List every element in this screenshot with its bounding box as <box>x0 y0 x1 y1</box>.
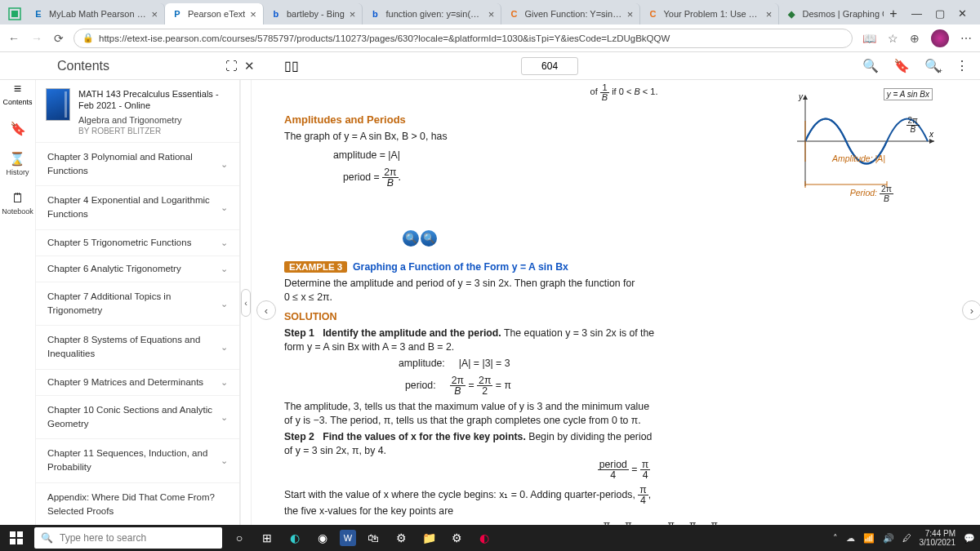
tab-close-icon[interactable]: × <box>350 8 356 20</box>
tab-close-icon[interactable]: × <box>151 8 158 20</box>
task-view-icon[interactable]: ⊞ <box>256 527 278 549</box>
start-button[interactable] <box>5 527 28 549</box>
more-icon[interactable]: ⋮ <box>956 58 969 73</box>
appnav-item[interactable]: 🔖 <box>10 121 26 136</box>
tab-label: Desmos | Graphing Calculator <box>802 9 884 19</box>
svg-rect-15 <box>17 539 23 544</box>
step1-text-b: form y = A sin Bx with A = 3 and B = 2. <box>284 341 454 353</box>
appnav-item[interactable]: ≡Contents <box>2 82 32 106</box>
page-layout-icon[interactable]: ▯▯ <box>284 58 299 73</box>
box-line-1: The graph of y = A sin Bx, B > 0, has <box>284 131 448 142</box>
svg-marker-3 <box>929 139 934 144</box>
panel-title: Contents <box>57 59 109 73</box>
prev-page-button[interactable]: ‹ <box>256 300 276 320</box>
appnav-item[interactable]: 🗒Notebook <box>2 191 33 216</box>
browser-tab[interactable]: b bartleby - Bing × <box>264 3 363 24</box>
tab-close-icon[interactable]: × <box>250 8 256 20</box>
tab-close-icon[interactable]: × <box>488 8 495 20</box>
reload-button[interactable]: ⟳ <box>54 32 64 45</box>
para2a: The amplitude, 3, tells us that the maxi… <box>284 401 649 412</box>
toc-item[interactable]: Chapter 3 Polynomial and Rational Functi… <box>36 142 239 186</box>
cortana-icon[interactable]: ○ <box>229 527 250 549</box>
curve-label: y = A sin Bx <box>884 88 933 100</box>
toc-item[interactable]: Chapter 4 Exponential and Logarithmic Fu… <box>36 185 239 229</box>
steam-pinned-icon[interactable]: ⚙ <box>390 527 412 549</box>
forward-button[interactable]: → <box>31 32 42 45</box>
tab-close-icon[interactable]: × <box>766 8 773 20</box>
next-page-button[interactable]: › <box>962 300 980 320</box>
window-maximize-button[interactable]: ▢ <box>935 7 945 20</box>
close-panel-icon[interactable]: ✕ <box>244 59 255 73</box>
tray-volume-icon[interactable]: 🔊 <box>883 533 894 544</box>
toc-item[interactable]: Chapter 8 Systems of Equations and Inequ… <box>36 325 239 369</box>
tab-label: bartleby - Bing <box>287 9 345 19</box>
chevron-down-icon: ⌄ <box>220 264 228 274</box>
window-minimize-button[interactable]: — <box>911 7 922 20</box>
toc-item-label: Chapter 4 Exponential and Logarithmic Fu… <box>47 193 220 222</box>
favorite-icon[interactable]: ☆ <box>888 32 898 45</box>
store-pinned-icon[interactable]: 🛍 <box>363 527 384 549</box>
toc-item[interactable]: Chapter 9 Matrices and Determinants⌄ <box>36 369 239 395</box>
new-tab-button[interactable]: + <box>884 7 903 24</box>
page-number-input[interactable] <box>521 57 578 75</box>
settings-pinned-icon[interactable]: ⚙ <box>446 527 467 549</box>
collections-icon[interactable]: ⊕ <box>910 32 920 45</box>
clock-date: 3/10/2021 <box>920 538 956 547</box>
chrome-pinned-icon[interactable]: ◉ <box>312 527 333 549</box>
para2b: of y is −3. The period, π, tells us that… <box>284 415 641 426</box>
toc-item[interactable]: Chapter 5 Trigonometric Functions⌄ <box>36 229 239 256</box>
tab-label: Your Problem 1: Use The 5 Step <box>663 9 760 19</box>
app-pinned-icon[interactable]: ◐ <box>474 527 495 549</box>
toc-item-label: Chapter 7 Additional Topics in Trigonome… <box>47 290 220 318</box>
taskbar-clock[interactable]: 7:44 PM 3/10/2021 <box>920 529 956 547</box>
search-placeholder: Type here to search <box>60 532 146 544</box>
amplitude-value: |A| = |3| = 3 <box>459 358 510 369</box>
tray-lang-icon[interactable]: 🖊 <box>902 533 911 543</box>
url-text: https://etext-ise.pearson.com/courses/57… <box>99 33 670 43</box>
svg-text:y: y <box>798 92 804 101</box>
taskbar-search[interactable]: 🔍 Type here to search <box>34 527 222 549</box>
browser-tab[interactable]: C Given Function: Y=sin(2x- π/2) F × <box>501 3 640 24</box>
browser-tab[interactable]: b function given: y=sin(2x-π/2) P × <box>363 3 501 24</box>
fullscreen-icon[interactable]: ⛶ <box>225 59 238 73</box>
appnav-item[interactable]: ⌛History <box>6 151 29 176</box>
browser-tab[interactable]: E MyLab Math Pearson eText × <box>26 3 165 24</box>
page-content: ‹ › 🔍 🔍 of 1B if 0 < B < 1. Amplitudes a… <box>252 80 980 525</box>
bookmark-icon[interactable]: 🔖 <box>893 58 910 73</box>
toc-item-label: Chapter 3 Polynomial and Rational Functi… <box>47 150 220 179</box>
toc-item[interactable]: Chapter 6 Analytic Trigonometry⌄ <box>36 256 239 282</box>
tray-onedrive-icon[interactable]: ☁ <box>846 533 855 544</box>
tab-close-icon[interactable]: × <box>627 8 634 20</box>
explorer-pinned-icon[interactable]: 📁 <box>418 527 439 549</box>
appnav-icon: 🗒 <box>11 191 24 206</box>
search-icon[interactable]: 🔍 <box>862 58 879 73</box>
browser-menu-icon[interactable]: ⋯ <box>960 32 972 45</box>
svg-rect-14 <box>10 539 16 544</box>
tray-wifi-icon[interactable]: 📶 <box>863 533 875 544</box>
read-aloud-icon[interactable]: 📖 <box>862 32 876 45</box>
word-pinned-icon[interactable]: W <box>340 530 356 546</box>
book-title: Algebra and Trigonometry <box>78 115 229 125</box>
toc-item[interactable]: Appendix: Where Did That Come From? Sele… <box>36 482 239 525</box>
window-close-button[interactable]: ✕ <box>958 7 967 20</box>
profile-avatar[interactable] <box>931 29 949 47</box>
browser-tab[interactable]: C Your Problem 1: Use The 5 Step × <box>640 3 779 24</box>
toc-item[interactable]: Chapter 7 Additional Topics in Trigonome… <box>36 282 239 326</box>
tray-chevron-icon[interactable]: ˄ <box>833 533 838 544</box>
back-button[interactable]: ← <box>8 32 20 45</box>
toc-item[interactable]: Chapter 10 Conic Sections and Analytic G… <box>36 395 239 439</box>
browser-tab-strip: E MyLab Math Pearson eText ×P Pearson eT… <box>0 0 980 24</box>
chevron-down-icon: ⌄ <box>220 454 228 468</box>
svg-rect-12 <box>10 531 16 537</box>
edge-pinned-icon[interactable]: ◐ <box>284 527 305 549</box>
step2-text-a: Begin by dividing the period <box>528 431 652 442</box>
solution-heading: SOLUTION <box>284 311 964 322</box>
toc-item[interactable]: Chapter 11 Sequences, Induction, and Pro… <box>36 438 239 482</box>
notifications-icon[interactable]: 💬 <box>964 533 975 544</box>
zoom-icon[interactable]: 🔍+ <box>924 58 941 73</box>
collapse-handle-icon[interactable]: ‹ <box>241 289 251 317</box>
browser-tab[interactable]: ◆ Desmos | Graphing Calculator × <box>779 3 884 24</box>
browser-tab[interactable]: P Pearson eText × <box>165 3 264 24</box>
panel-divider[interactable]: ‹ <box>240 80 252 525</box>
url-field[interactable]: 🔒 https://etext-ise.pearson.com/courses/… <box>74 29 853 48</box>
